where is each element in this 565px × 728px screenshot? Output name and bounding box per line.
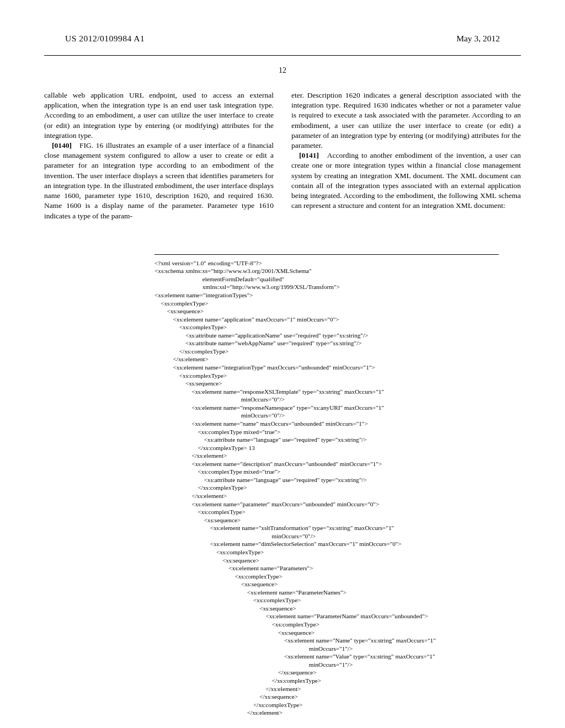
right-p2-text: According to another embodiment of the i… xyxy=(291,151,521,210)
page-header: US 2012/0109984 A1 May 3, 2012 xyxy=(44,33,521,56)
body-columns: callable web application URL endpoint, u… xyxy=(44,90,521,221)
left-column: callable web application URL endpoint, u… xyxy=(44,90,274,221)
right-p2: [0141] According to another embodiment o… xyxy=(291,151,521,211)
publication-date: May 3, 2012 xyxy=(456,33,500,45)
right-p2-label: [0141] xyxy=(299,151,319,159)
right-p1: eter. Description 1620 indicates a gener… xyxy=(291,90,521,151)
patent-page: US 2012/0109984 A1 May 3, 2012 12 callab… xyxy=(0,0,565,728)
publication-number: US 2012/0109984 A1 xyxy=(65,33,145,45)
xml-schema-code: <?xml version="1.0" encoding="UTF-8"?> <… xyxy=(154,254,499,717)
left-p2-label: [0140] xyxy=(52,141,72,149)
left-p2-text: FIG. 16 illustrates an example of a user… xyxy=(44,141,274,220)
left-p2: [0140] FIG. 16 illustrates an example of… xyxy=(44,141,274,221)
left-p1: callable web application URL endpoint, u… xyxy=(44,90,274,141)
page-number: 12 xyxy=(44,66,521,76)
right-column: eter. Description 1620 indicates a gener… xyxy=(291,90,521,221)
